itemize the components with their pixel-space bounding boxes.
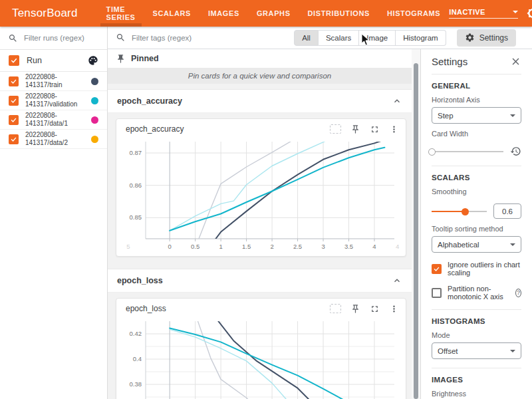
kebab-menu-icon[interactable] <box>389 304 399 314</box>
run-checkbox[interactable] <box>9 76 19 86</box>
pin-card-icon[interactable] <box>350 304 360 314</box>
filter-scalars-button[interactable]: Scalars <box>319 30 359 46</box>
slider-thumb[interactable] <box>462 208 469 215</box>
line-chart-epoch-accuracy[interactable]: 0.850.860.8700.511.522.533.5454 <box>116 139 406 256</box>
chevron-up-icon[interactable] <box>392 96 402 106</box>
card-width-slider[interactable] <box>432 148 503 156</box>
horizontal-axis-select[interactable]: Step <box>432 107 521 124</box>
app-header: TensorBoard TIME SERIES SCALARS IMAGES G… <box>0 0 532 27</box>
card-title: epoch_accuracy <box>126 124 330 134</box>
tab-distributions[interactable]: DISTRIBUTIONS <box>299 0 378 27</box>
run-name-line1: 20220808- <box>25 131 57 138</box>
svg-text:0.87: 0.87 <box>130 149 142 156</box>
chevron-up-icon[interactable] <box>392 275 402 286</box>
run-checkbox[interactable] <box>9 115 19 125</box>
filter-runs-input[interactable] <box>24 34 99 42</box>
pinned-title: Pinned <box>131 54 159 63</box>
filter-tags-row <box>116 33 294 43</box>
fit-domain-icon[interactable] <box>330 304 341 313</box>
tooltip-sorting-select[interactable]: Alphabetical <box>432 236 521 253</box>
search-icon <box>8 33 18 43</box>
close-icon[interactable] <box>510 56 521 67</box>
svg-text:2.5: 2.5 <box>293 243 302 250</box>
ignore-outliers-checkbox[interactable] <box>432 264 442 274</box>
filter-all-button[interactable]: All <box>294 30 319 46</box>
runs-sidebar: Run 20220808-141317/train 20220808-14131… <box>0 27 108 399</box>
ignore-outliers-row: Ignore outliers in chart scaling <box>432 261 521 277</box>
tab-histograms[interactable]: HISTOGRAMS <box>378 0 449 27</box>
kebab-menu-icon[interactable] <box>389 124 399 134</box>
caret-down-icon <box>513 11 518 13</box>
svg-text:0.86: 0.86 <box>130 182 142 189</box>
help-icon[interactable]: ? <box>515 289 521 297</box>
svg-text:4: 4 <box>372 243 376 250</box>
filter-image-button[interactable]: Image <box>359 30 396 46</box>
card-area: epoch_accuracy 0.850.860.8700.511.522.53… <box>108 113 412 263</box>
pinned-section-header[interactable]: Pinned <box>108 49 412 68</box>
pin-card-icon[interactable] <box>350 124 360 134</box>
run-checkbox[interactable] <box>9 134 19 144</box>
filter-histogram-button[interactable]: Histogram <box>396 30 446 46</box>
fullscreen-icon[interactable] <box>370 304 380 314</box>
scalar-card-epoch-accuracy: epoch_accuracy 0.850.860.8700.511.522.53… <box>116 118 406 257</box>
run-color-dot <box>91 78 98 85</box>
pin-icon <box>116 54 126 64</box>
run-color-dot <box>91 97 98 104</box>
ignore-outliers-label: Ignore outliers in chart scaling <box>448 261 521 277</box>
pinned-hint: Pin cards for a quick view and compariso… <box>108 68 412 84</box>
section-epoch-loss: epoch_loss epoch_loss <box>108 269 412 399</box>
section-title: epoch_accuracy <box>117 96 392 106</box>
tab-scalars[interactable]: SCALARS <box>144 0 200 27</box>
svg-text:0: 0 <box>168 243 172 250</box>
palette-icon[interactable] <box>88 55 98 66</box>
run-checkbox[interactable] <box>9 96 19 106</box>
section-header-epoch-accuracy[interactable]: epoch_accuracy <box>108 89 412 113</box>
horizontal-axis-label: Horizontal Axis <box>432 96 521 104</box>
fit-domain-icon[interactable] <box>330 124 341 134</box>
run-row-validation[interactable]: 20220808-141317/validation <box>0 91 107 110</box>
tab-images[interactable]: IMAGES <box>200 0 248 27</box>
line-chart-epoch-loss[interactable]: 0.420.40.380.36 <box>116 319 406 399</box>
svg-text:3: 3 <box>321 243 325 250</box>
gear-icon <box>465 33 475 43</box>
run-name-line1: 20220808- <box>25 73 57 80</box>
main-area: All Scalars Image Histogram Settings Pin… <box>108 27 532 399</box>
section-epoch-accuracy: epoch_accuracy epoch_accuracy <box>108 89 412 263</box>
run-row-train[interactable]: 20220808-141317/train <box>0 72 107 91</box>
card-title: epoch_loss <box>126 304 330 313</box>
smoothing-slider[interactable] <box>432 207 487 215</box>
card-actions <box>330 304 399 314</box>
scrollbar-thumb[interactable] <box>414 63 418 399</box>
group-title: SCALARS <box>432 174 521 182</box>
group-title: GENERAL <box>432 82 521 90</box>
section-header-epoch-loss[interactable]: epoch_loss <box>108 269 412 293</box>
selected-value: Offset <box>438 347 510 355</box>
settings-toggle-button[interactable]: Settings <box>457 29 516 47</box>
run-name-line2: 141317/data/2 <box>25 139 68 146</box>
run-row-data1[interactable]: 20220808-141317/data/1 <box>0 110 107 130</box>
reset-card-width-icon[interactable] <box>510 146 521 157</box>
settings-panel: Settings GENERAL Horizontal Axis Step Ca… <box>420 49 532 399</box>
brightness-label: Brightness <box>432 390 521 398</box>
partition-x-axis-checkbox[interactable] <box>432 288 442 298</box>
partition-x-axis-label: Partition non-monotonic X axis <box>448 285 509 301</box>
section-title: epoch_loss <box>117 276 392 285</box>
caret-down-icon <box>510 114 515 117</box>
slider-thumb[interactable] <box>428 148 436 156</box>
select-all-runs-checkbox[interactable] <box>9 55 19 66</box>
run-name-line1: 20220808- <box>25 112 57 119</box>
tab-time-series[interactable]: TIME SERIES <box>98 0 144 27</box>
brightness-icon[interactable] <box>527 7 532 19</box>
run-name-line2: 141317/train <box>25 81 63 88</box>
run-row-data2[interactable]: 20220808-141317/data/2 <box>0 130 107 149</box>
fullscreen-icon[interactable] <box>370 124 380 134</box>
svg-text:1: 1 <box>219 243 222 250</box>
smoothing-value-input[interactable] <box>493 203 521 219</box>
header-actions: INACTIVE <box>449 0 532 27</box>
svg-text:0.42: 0.42 <box>130 330 142 337</box>
filter-tags-input[interactable] <box>132 34 265 42</box>
filter-runs-row <box>0 27 107 50</box>
histogram-mode-select[interactable]: Offset <box>432 342 521 359</box>
reload-status-select[interactable]: INACTIVE <box>449 8 518 19</box>
tab-graphs[interactable]: GRAPHS <box>248 0 299 27</box>
